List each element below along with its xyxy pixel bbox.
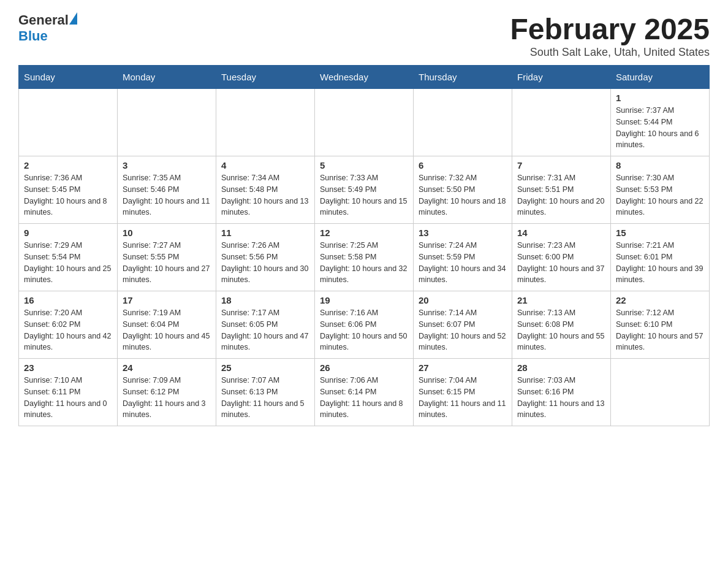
calendar-day-24: 24Sunrise: 7:09 AMSunset: 6:12 PMDayligh… (118, 359, 216, 426)
calendar-day-20: 20Sunrise: 7:14 AMSunset: 6:07 PMDayligh… (414, 291, 512, 359)
location-title: South Salt Lake, Utah, United States (510, 46, 710, 59)
day-number: 17 (123, 295, 211, 305)
weekday-header-friday: Friday (512, 66, 611, 89)
calendar-day-28: 28Sunrise: 7:03 AMSunset: 6:16 PMDayligh… (512, 359, 611, 426)
day-number: 1 (616, 93, 704, 103)
day-number: 25 (221, 362, 309, 373)
day-info: Sunrise: 7:16 AMSunset: 6:06 PMDaylight:… (320, 307, 408, 353)
weekday-header-sunday: Sunday (19, 66, 118, 89)
calendar-day-22: 22Sunrise: 7:12 AMSunset: 6:10 PMDayligh… (611, 291, 710, 359)
day-number: 3 (123, 160, 211, 170)
day-info: Sunrise: 7:27 AMSunset: 5:55 PMDaylight:… (123, 240, 211, 286)
calendar-day-11: 11Sunrise: 7:26 AMSunset: 5:56 PMDayligh… (216, 224, 315, 291)
day-info: Sunrise: 7:32 AMSunset: 5:50 PMDaylight:… (419, 172, 507, 218)
calendar-table: SundayMondayTuesdayWednesdayThursdayFrid… (18, 65, 710, 426)
weekday-header-saturday: Saturday (611, 66, 710, 89)
calendar-day-empty (611, 359, 710, 426)
calendar-day-25: 25Sunrise: 7:07 AMSunset: 6:13 PMDayligh… (216, 359, 315, 426)
day-number: 23 (24, 362, 112, 373)
day-number: 19 (320, 295, 408, 305)
calendar-day-19: 19Sunrise: 7:16 AMSunset: 6:06 PMDayligh… (315, 291, 414, 359)
day-number: 4 (221, 160, 309, 170)
day-info: Sunrise: 7:24 AMSunset: 5:59 PMDaylight:… (419, 240, 507, 286)
day-number: 10 (123, 228, 211, 238)
day-number: 15 (616, 228, 704, 238)
calendar-day-15: 15Sunrise: 7:21 AMSunset: 6:01 PMDayligh… (611, 224, 710, 291)
logo-general-text: General (18, 12, 69, 28)
day-info: Sunrise: 7:03 AMSunset: 6:16 PMDaylight:… (517, 375, 605, 421)
day-info: Sunrise: 7:13 AMSunset: 6:08 PMDaylight:… (517, 307, 605, 353)
calendar-week-row: 2Sunrise: 7:36 AMSunset: 5:45 PMDaylight… (19, 156, 710, 224)
day-info: Sunrise: 7:37 AMSunset: 5:44 PMDaylight:… (616, 105, 704, 151)
calendar-header-row: SundayMondayTuesdayWednesdayThursdayFrid… (19, 66, 710, 89)
logo-blue-text: Blue (18, 28, 48, 44)
day-info: Sunrise: 7:23 AMSunset: 6:00 PMDaylight:… (517, 240, 605, 286)
calendar-day-1: 1Sunrise: 7:37 AMSunset: 5:44 PMDaylight… (611, 89, 710, 156)
day-number: 27 (419, 362, 507, 373)
day-info: Sunrise: 7:06 AMSunset: 6:14 PMDaylight:… (320, 375, 408, 421)
calendar-day-empty (512, 89, 611, 156)
day-info: Sunrise: 7:20 AMSunset: 6:02 PMDaylight:… (24, 307, 112, 353)
day-number: 12 (320, 228, 408, 238)
day-number: 13 (419, 228, 507, 238)
calendar-day-empty (19, 89, 118, 156)
calendar-day-12: 12Sunrise: 7:25 AMSunset: 5:58 PMDayligh… (315, 224, 414, 291)
calendar-day-10: 10Sunrise: 7:27 AMSunset: 5:55 PMDayligh… (118, 224, 216, 291)
day-number: 11 (221, 228, 309, 238)
weekday-header-monday: Monday (118, 66, 216, 89)
day-number: 5 (320, 160, 408, 170)
day-number: 24 (123, 362, 211, 373)
day-info: Sunrise: 7:19 AMSunset: 6:04 PMDaylight:… (123, 307, 211, 353)
calendar-day-empty (414, 89, 512, 156)
day-info: Sunrise: 7:33 AMSunset: 5:49 PMDaylight:… (320, 172, 408, 218)
day-info: Sunrise: 7:35 AMSunset: 5:46 PMDaylight:… (123, 172, 211, 218)
day-info: Sunrise: 7:12 AMSunset: 6:10 PMDaylight:… (616, 307, 704, 353)
day-info: Sunrise: 7:31 AMSunset: 5:51 PMDaylight:… (517, 172, 605, 218)
month-title: February 2025 (510, 12, 710, 46)
calendar-day-17: 17Sunrise: 7:19 AMSunset: 6:04 PMDayligh… (118, 291, 216, 359)
calendar-day-26: 26Sunrise: 7:06 AMSunset: 6:14 PMDayligh… (315, 359, 414, 426)
day-number: 6 (419, 160, 507, 170)
calendar-day-23: 23Sunrise: 7:10 AMSunset: 6:11 PMDayligh… (19, 359, 118, 426)
day-info: Sunrise: 7:26 AMSunset: 5:56 PMDaylight:… (221, 240, 309, 286)
calendar-week-row: 9Sunrise: 7:29 AMSunset: 5:54 PMDaylight… (19, 224, 710, 291)
day-number: 9 (24, 228, 112, 238)
calendar-day-5: 5Sunrise: 7:33 AMSunset: 5:49 PMDaylight… (315, 156, 414, 224)
calendar-week-row: 1Sunrise: 7:37 AMSunset: 5:44 PMDaylight… (19, 89, 710, 156)
day-info: Sunrise: 7:07 AMSunset: 6:13 PMDaylight:… (221, 375, 309, 421)
day-number: 2 (24, 160, 112, 170)
calendar-day-empty (315, 89, 414, 156)
calendar-day-14: 14Sunrise: 7:23 AMSunset: 6:00 PMDayligh… (512, 224, 611, 291)
calendar-day-empty (216, 89, 315, 156)
day-number: 8 (616, 160, 704, 170)
day-number: 20 (419, 295, 507, 305)
calendar-day-3: 3Sunrise: 7:35 AMSunset: 5:46 PMDaylight… (118, 156, 216, 224)
calendar-day-4: 4Sunrise: 7:34 AMSunset: 5:48 PMDaylight… (216, 156, 315, 224)
day-info: Sunrise: 7:25 AMSunset: 5:58 PMDaylight:… (320, 240, 408, 286)
logo-triangle-icon (69, 12, 77, 25)
day-info: Sunrise: 7:14 AMSunset: 6:07 PMDaylight:… (419, 307, 507, 353)
weekday-header-wednesday: Wednesday (315, 66, 414, 89)
calendar-day-27: 27Sunrise: 7:04 AMSunset: 6:15 PMDayligh… (414, 359, 512, 426)
day-info: Sunrise: 7:21 AMSunset: 6:01 PMDaylight:… (616, 240, 704, 286)
day-number: 21 (517, 295, 605, 305)
day-number: 14 (517, 228, 605, 238)
day-info: Sunrise: 7:30 AMSunset: 5:53 PMDaylight:… (616, 172, 704, 218)
calendar-day-18: 18Sunrise: 7:17 AMSunset: 6:05 PMDayligh… (216, 291, 315, 359)
calendar-day-8: 8Sunrise: 7:30 AMSunset: 5:53 PMDaylight… (611, 156, 710, 224)
calendar-week-row: 23Sunrise: 7:10 AMSunset: 6:11 PMDayligh… (19, 359, 710, 426)
day-info: Sunrise: 7:09 AMSunset: 6:12 PMDaylight:… (123, 375, 211, 421)
calendar-week-row: 16Sunrise: 7:20 AMSunset: 6:02 PMDayligh… (19, 291, 710, 359)
day-info: Sunrise: 7:36 AMSunset: 5:45 PMDaylight:… (24, 172, 112, 218)
day-info: Sunrise: 7:34 AMSunset: 5:48 PMDaylight:… (221, 172, 309, 218)
day-info: Sunrise: 7:29 AMSunset: 5:54 PMDaylight:… (24, 240, 112, 286)
calendar-day-21: 21Sunrise: 7:13 AMSunset: 6:08 PMDayligh… (512, 291, 611, 359)
day-number: 16 (24, 295, 112, 305)
calendar-day-13: 13Sunrise: 7:24 AMSunset: 5:59 PMDayligh… (414, 224, 512, 291)
day-info: Sunrise: 7:04 AMSunset: 6:15 PMDaylight:… (419, 375, 507, 421)
calendar-day-6: 6Sunrise: 7:32 AMSunset: 5:50 PMDaylight… (414, 156, 512, 224)
weekday-header-thursday: Thursday (414, 66, 512, 89)
page-header: General Blue February 2025 South Salt La… (18, 12, 710, 59)
calendar-day-7: 7Sunrise: 7:31 AMSunset: 5:51 PMDaylight… (512, 156, 611, 224)
title-block: February 2025 South Salt Lake, Utah, Uni… (510, 12, 710, 59)
